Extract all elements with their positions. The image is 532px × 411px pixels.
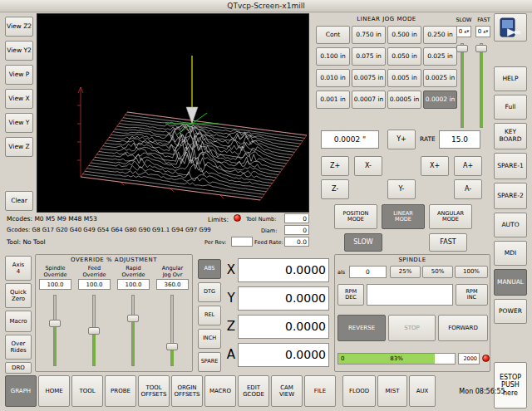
slider-handle[interactable] [49, 320, 61, 327]
clear-view-button[interactable]: Clear [5, 191, 33, 211]
quick-zero-button[interactable]: Quick Zero [5, 283, 32, 308]
tab-cam-view[interactable]: CAM VIEW [271, 375, 303, 407]
view-y-button[interactable]: View Y [5, 113, 33, 133]
jog-y-plus-button[interactable]: Y+ [387, 130, 416, 149]
jog-increment-button[interactable]: 0.010 in [316, 69, 350, 87]
tab-tool[interactable]: TOOL [71, 375, 103, 407]
slider-handle[interactable] [127, 315, 139, 322]
fast-rate-spinbox[interactable]: 0▲▼ [475, 26, 490, 37]
jog-increment-button[interactable]: 0.250 in [423, 26, 457, 44]
dtg-mode-button[interactable]: DTG [198, 282, 221, 302]
spindle-stop-button[interactable]: STOP [388, 315, 436, 341]
jog-increment-button[interactable]: Cont [316, 26, 350, 44]
spindle-panel: SPINDLE als 0 25% 50% 100% RPM DEC RPM I… [334, 254, 490, 372]
slider-handle[interactable] [456, 45, 468, 52]
rapid-override-slider[interactable] [129, 295, 137, 366]
spindle-speed-field[interactable]: 0 [349, 266, 387, 278]
abs-mode-button[interactable]: ABS [198, 259, 221, 279]
jog-x-plus-button[interactable]: X+ [421, 156, 449, 176]
power-button[interactable]: POWER [494, 299, 527, 324]
view-y2-button[interactable]: View Y2 [5, 41, 33, 61]
jog-x-minus-button[interactable]: X- [354, 156, 382, 176]
jog-y-minus-button[interactable]: Y- [387, 179, 416, 199]
spin-arrows-icon[interactable]: ▲▼ [483, 30, 488, 33]
angular-mode-button[interactable]: ANGULAR MODE [429, 204, 472, 229]
auto-mode-button[interactable]: AUTO [494, 213, 527, 237]
rpm-increase-button[interactable]: RPM INC [456, 284, 488, 306]
inch-mode-button[interactable]: INCH [198, 329, 221, 349]
tab-file[interactable]: FILE [304, 375, 336, 407]
spindle-override-slider[interactable] [51, 295, 59, 366]
tab-origin-offsets[interactable]: ORGIN OFFSETS [171, 375, 203, 407]
shutdown-button[interactable] [494, 13, 527, 42]
spindle-100-percent-button[interactable]: 100% [455, 266, 488, 278]
spare-mode-button[interactable]: SPARE [198, 352, 221, 372]
view-z2-button[interactable]: View Z2 [5, 17, 33, 37]
spindle-reverse-button[interactable]: REVERSE [337, 315, 386, 341]
jog-increment-button-selected[interactable]: 0.0002 in [423, 91, 457, 109]
jog-a-minus-button[interactable]: A- [454, 179, 482, 199]
tab-home[interactable]: HOME [38, 375, 70, 407]
jog-a-plus-button[interactable]: A+ [454, 156, 482, 176]
spindle-50-percent-button[interactable]: 50% [422, 266, 453, 278]
slider-handle[interactable] [166, 343, 178, 350]
tab-tool-offsets[interactable]: TOOL OFFSETS [138, 375, 170, 407]
macro-side-button[interactable]: Macro [5, 311, 32, 332]
jog-increment-button[interactable]: 0.0025 in [423, 69, 457, 87]
spin-arrows-icon[interactable]: ▲▼ [464, 30, 469, 33]
rel-mode-button[interactable]: REL [198, 306, 221, 325]
gremlin-3d-view[interactable] [37, 13, 309, 213]
view-z-button[interactable]: View Z [5, 137, 33, 157]
jog-increment-button[interactable]: 0.050 in [387, 47, 421, 66]
slow-rate-spinbox[interactable]: 0▲▼ [456, 26, 471, 37]
angular-jog-override-slider[interactable] [168, 295, 176, 366]
jog-increment-button[interactable]: 0.0005 in [387, 91, 421, 109]
feed-override-slider[interactable] [90, 295, 98, 366]
linear-mode-button[interactable]: LINEAR MODE [382, 204, 425, 229]
jog-z-plus-button[interactable]: Z+ [321, 156, 349, 176]
jog-increment-button[interactable]: 0.025 in [423, 47, 457, 66]
slow-jog-slider[interactable] [458, 43, 466, 128]
mist-button[interactable]: MIST [377, 375, 407, 407]
dro-button[interactable]: DRO [5, 362, 32, 374]
spare-1-button[interactable]: SPARE-1 [494, 153, 527, 179]
rpm-decrease-button[interactable]: RPM DEC [337, 284, 364, 306]
jog-z-minus-button[interactable]: Z- [321, 179, 349, 199]
spindle-25-percent-button[interactable]: 25% [390, 266, 421, 278]
fullscreen-button[interactable]: Full [494, 95, 527, 120]
jog-increment-button[interactable]: 0.005 in [387, 69, 421, 87]
overrides-button[interactable]: Over Rides [5, 335, 32, 360]
jog-increment-button[interactable]: 0.001 in [316, 91, 350, 109]
fast-speed-button[interactable]: FAST [429, 233, 467, 252]
view-x-button[interactable]: View X [5, 89, 33, 109]
jog-increment-button[interactable]: 0.0007 in [352, 91, 386, 109]
help-button[interactable]: HELP [494, 66, 527, 91]
jog-increment-button[interactable]: 0.0075 in [352, 69, 386, 87]
fast-jog-slider[interactable] [477, 43, 485, 128]
slider-handle[interactable] [475, 45, 487, 52]
tab-edit-gcode[interactable]: EDIT GCODE [238, 375, 269, 407]
dro-axis-letter: Y [224, 291, 238, 306]
jog-increment-button[interactable]: 0.750 in [352, 26, 386, 44]
jog-increment-button[interactable]: 0.075 in [352, 47, 386, 66]
dro-axis-letter: X [224, 262, 238, 277]
dro-axis-value: 0.0000 [238, 315, 329, 339]
flood-button[interactable]: FLOOD [342, 375, 376, 407]
aux-button[interactable]: AUX [409, 375, 436, 407]
tab-graph[interactable]: GRAPH [5, 375, 37, 407]
manual-mode-button[interactable]: MANUAL [494, 269, 527, 296]
position-mode-button[interactable]: POSITION MODE [334, 204, 377, 229]
slow-speed-button[interactable]: SLOW [344, 233, 382, 252]
spindle-forward-button[interactable]: FORWARD [438, 315, 488, 341]
slider-handle[interactable] [88, 327, 100, 335]
keyboard-button[interactable]: KEY BOARD [494, 123, 527, 149]
view-p-button[interactable]: View P [5, 65, 33, 85]
bottom-tab-row: GRAPH HOME TOOL PROBE TOOL OFFSETS ORGIN… [5, 375, 527, 407]
axis-select-button[interactable]: Axis 4 [5, 256, 32, 281]
spare-2-button[interactable]: SPARE-2 [494, 183, 527, 209]
mdi-mode-button[interactable]: MDI [494, 241, 527, 266]
tab-probe[interactable]: PROBE [105, 375, 136, 407]
tab-macro[interactable]: MACRO [204, 375, 236, 407]
jog-increment-button[interactable]: 0.500 in [387, 26, 421, 44]
jog-increment-button[interactable]: 0.100 in [316, 47, 350, 66]
